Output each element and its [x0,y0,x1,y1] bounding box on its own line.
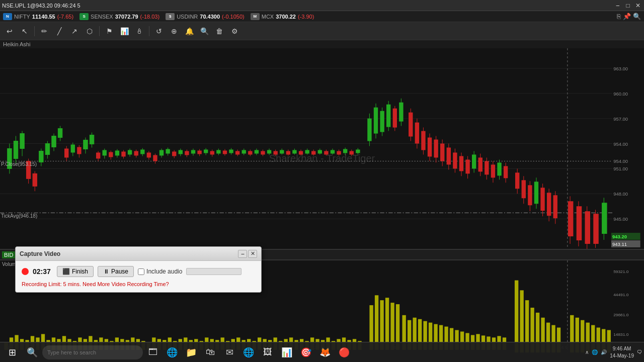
svg-rect-27 [58,129,62,138]
svg-rect-37 [90,135,94,144]
capture-close-button[interactable]: ✕ [248,250,257,258]
svg-text:44491.0: 44491.0 [613,293,629,297]
taskbar-app3-icon[interactable]: 🔴 [335,343,353,361]
svg-rect-87 [248,151,252,154]
taskbar-up-arrow[interactable]: ∧ [585,349,589,355]
delete-tool[interactable]: 🗑 [213,25,226,38]
pause-button[interactable]: ⏸ Pause [98,266,134,277]
svg-rect-29 [64,149,68,158]
taskbar-edge-icon[interactable]: 🌐 [163,343,181,361]
nifty-label: NIFTY [14,14,30,20]
title-bar-right[interactable]: ‒ □ ✕ [614,2,642,10]
taskbar-excel-icon[interactable]: 📊 [278,343,296,361]
usdinr-change: (-0.1050) [222,14,245,20]
flag-tool[interactable]: ⚑ [103,25,116,38]
svg-text:29661.0: 29661.0 [613,313,629,317]
svg-text:59321.0: 59321.0 [613,269,629,274]
sensex-value: 37072.79 [115,14,138,20]
taskbar-app1-icon[interactable]: 🎯 [297,343,315,361]
maximize-button[interactable]: □ [624,2,632,10]
svg-rect-111 [324,151,328,154]
svg-rect-45 [115,150,119,155]
svg-rect-107 [311,151,315,154]
taskbar-search-icon[interactable]: 🔍 [23,343,41,361]
taskbar-photos-icon[interactable]: 🖼 [259,343,277,361]
include-audio-checkbox[interactable] [138,268,144,275]
taskbar-task-view[interactable]: 🗔 [144,343,162,361]
start-button[interactable]: ⊞ [2,343,22,361]
shape-tool[interactable]: ⬡ [83,25,96,38]
svg-rect-105 [305,150,309,153]
svg-rect-129 [386,105,390,127]
svg-rect-43 [109,152,113,157]
notification-icon[interactable]: 🗨 [637,349,642,355]
svg-rect-67 [185,151,189,155]
taskbar-explorer-icon[interactable]: 📁 [182,343,200,361]
svg-rect-49 [128,150,132,154]
taskbar-mail-icon[interactable]: ✉ [220,343,238,361]
line-tool[interactable]: ╱ [53,25,66,38]
capture-minimize-button[interactable]: ‒ [238,250,247,258]
taskbar-search-input[interactable] [42,345,143,359]
svg-rect-155 [472,154,476,168]
svg-rect-75 [210,151,214,154]
svg-rect-145 [440,144,444,161]
svg-text:960.00: 960.00 [613,92,628,97]
taskbar-volume-icon[interactable]: 🔊 [601,349,607,355]
svg-text:957.00: 957.00 [613,117,628,122]
search-tool[interactable]: 🔍 [198,25,211,38]
include-audio-label[interactable]: Include audio [146,268,182,275]
arrow-tool[interactable]: ↗ [68,25,81,38]
recording-timer: 02:37 [33,267,53,276]
cursor-tool[interactable]: ↖ [18,25,31,38]
capture-dialog-controls[interactable]: ‒ ✕ [238,250,257,258]
taskbar-app2-icon[interactable]: 🦊 [316,343,334,361]
draw-tool[interactable]: ✏ [38,25,51,38]
settings-tool[interactable]: ⚙ [228,25,241,38]
recording-limit-text[interactable]: Recording Limit: 5 mins. Need More Video… [22,281,255,287]
svg-rect-25 [52,136,56,147]
usdinr-label: USDINR [177,14,198,20]
svg-rect-35 [84,140,88,149]
refresh-tool[interactable]: ↺ [152,25,166,38]
minimize-button[interactable]: ‒ [614,2,622,10]
alert-tool[interactable]: 🔔 [183,25,196,38]
taskbar-chrome-icon[interactable]: 🌐 [239,343,258,361]
svg-rect-115 [337,151,341,154]
svg-rect-73 [204,149,208,153]
svg-rect-123 [367,119,371,141]
svg-rect-61 [166,149,170,153]
back-button[interactable]: ↩ [3,25,16,38]
close-button[interactable]: ✕ [634,2,642,10]
svg-rect-21 [39,151,43,162]
svg-rect-81 [229,149,233,153]
external-link-icon[interactable]: ⎘ [617,13,621,20]
ticker-right-icons[interactable]: ⎘ 📌 🔍 [617,13,641,20]
taskbar-network-icon[interactable]: 🌐 [592,349,598,355]
pin-icon[interactable]: 📌 [623,13,631,20]
main-chart: Sharekhan - TradeTiger P.Close(953.15) T… [0,48,644,249]
usdinr-ticker: $ USDINR 70.4300 (-0.1050) [166,13,245,20]
svg-rect-153 [465,159,469,173]
svg-rect-135 [409,113,413,137]
svg-rect-83 [235,151,239,154]
svg-rect-47 [121,151,125,156]
crosshair-tool[interactable]: ⊕ [168,25,181,38]
nifty-icon: N [3,13,12,20]
svg-text:963.00: 963.00 [613,66,628,71]
system-clock[interactable]: 9:46 AM 14-May-19 [610,345,634,359]
svg-rect-125 [374,108,378,134]
chart-type-tool[interactable]: 🕯 [133,25,146,38]
svg-rect-71 [197,150,201,154]
finish-button[interactable]: ⬛ Finish [57,266,94,277]
chart-type-label: Heikin Ashi [3,41,30,47]
taskbar-store-icon[interactable]: 🛍 [201,343,219,361]
progress-bar [186,268,242,275]
svg-rect-143 [434,140,438,158]
svg-rect-57 [153,155,157,161]
indicator-tool[interactable]: 📊 [118,25,131,38]
svg-rect-13 [14,141,18,159]
capture-controls-row: 02:37 ⬛ Finish ⏸ Pause Include audio [22,266,255,277]
search-icon[interactable]: 🔍 [633,13,641,20]
svg-rect-139 [421,131,425,150]
